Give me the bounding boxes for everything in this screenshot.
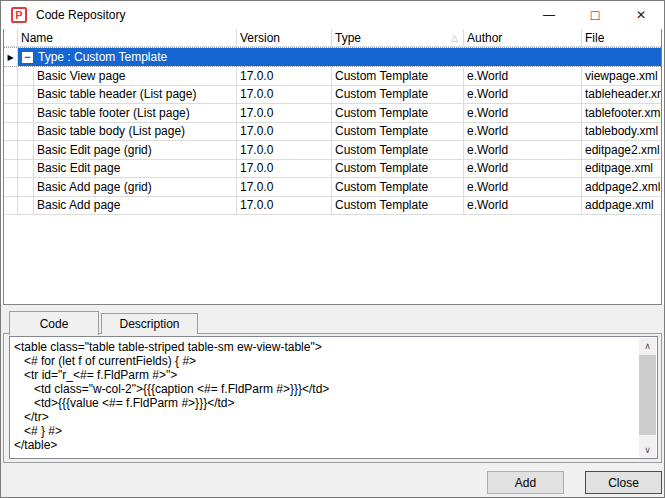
cell-file: addpage2.xml [582, 178, 661, 196]
code-editor-scrollbar[interactable]: ∧ ∨ [639, 338, 656, 457]
column-header-name[interactable]: Name [18, 29, 237, 46]
column-header-file[interactable]: File [582, 29, 661, 46]
close-window-button[interactable]: ✕ [618, 1, 664, 29]
cell-type: Custom Template [332, 178, 464, 196]
window-controls: — □ ✕ [526, 1, 664, 29]
tabstrip: Code Description [9, 310, 198, 334]
grid-header-row: Name Version Type △ Author File [4, 29, 661, 47]
tab-page-panel: <table class="table table-striped table-… [3, 333, 662, 463]
repository-grid: Name Version Type △ Author File ▶ − Type… [3, 29, 662, 305]
cell-author: e.World [464, 141, 582, 159]
code-editor-text: <table class="table table-striped table-… [10, 337, 657, 452]
cell-author: e.World [464, 178, 582, 196]
minimize-button[interactable]: — [526, 1, 572, 29]
code-repository-window: P Code Repository — □ ✕ Name Version Typ… [0, 0, 665, 498]
current-row-arrow-icon: ▶ [7, 53, 13, 62]
cell-type: Custom Template [332, 123, 464, 141]
cell-file: tablebody.xml [582, 123, 661, 141]
tab-description[interactable]: Description [101, 313, 198, 334]
group-indent-cell [18, 86, 34, 104]
sort-ascending-icon: △ [451, 33, 458, 43]
cell-type: Custom Template [332, 67, 464, 85]
column-header-author[interactable]: Author [464, 29, 582, 46]
row-selector-cell [4, 67, 18, 85]
cell-name: Basic Edit page [34, 160, 237, 178]
scroll-up-icon[interactable]: ∧ [639, 338, 656, 353]
scrollbar-thumb[interactable] [639, 355, 656, 435]
cell-name: Basic View page [34, 67, 237, 85]
cell-version: 17.0.0 [237, 160, 332, 178]
group-row-label: Type : Custom Template [38, 50, 167, 64]
cell-version: 17.0.0 [237, 178, 332, 196]
row-selector-cell: ▶ [4, 48, 18, 66]
cell-version: 17.0.0 [237, 123, 332, 141]
cell-file: editpage.xml [582, 160, 661, 178]
maximize-button[interactable]: □ [572, 1, 618, 29]
cell-version: 17.0.0 [237, 141, 332, 159]
cell-name: Basic Add page (grid) [34, 178, 237, 196]
cell-name: Basic Add page [34, 197, 237, 215]
scroll-down-icon[interactable]: ∨ [639, 442, 656, 457]
cell-name: Basic table body (List page) [34, 123, 237, 141]
row-selector-cell [4, 160, 18, 178]
cell-version: 17.0.0 [237, 67, 332, 85]
row-selector-cell [4, 123, 18, 141]
app-icon: P [11, 7, 27, 23]
column-header-type[interactable]: Type △ [332, 29, 464, 46]
column-header-version[interactable]: Version [237, 29, 332, 46]
group-indent-cell [18, 123, 34, 141]
table-row[interactable]: Basic Add page (grid) 17.0.0 Custom Temp… [4, 178, 661, 197]
cell-file: addpage.xml [582, 197, 661, 215]
table-row[interactable]: Basic table body (List page) 17.0.0 Cust… [4, 123, 661, 142]
cell-author: e.World [464, 67, 582, 85]
cell-author: e.World [464, 86, 582, 104]
group-row-bar[interactable]: − Type : Custom Template [18, 48, 661, 66]
cell-file: tablefooter.xml [582, 104, 661, 122]
bottom-section: Code Description <table class="table tab… [1, 305, 664, 497]
cell-author: e.World [464, 197, 582, 215]
window-title: Code Repository [36, 8, 125, 22]
cell-name: Basic Edit page (grid) [34, 141, 237, 159]
group-indent-cell [18, 178, 34, 196]
cell-name: Basic table footer (List page) [34, 104, 237, 122]
row-selector-cell [4, 104, 18, 122]
row-selector-cell [4, 197, 18, 215]
table-row[interactable]: Basic Add page 17.0.0 Custom Template e.… [4, 197, 661, 216]
cell-file: viewpage.xml [582, 67, 661, 85]
table-row[interactable]: Basic Edit page 17.0.0 Custom Template e… [4, 160, 661, 179]
row-selector-cell [4, 86, 18, 104]
cell-author: e.World [464, 123, 582, 141]
cell-type: Custom Template [332, 86, 464, 104]
grid-empty-area [4, 215, 661, 304]
cell-version: 17.0.0 [237, 86, 332, 104]
cell-type: Custom Template [332, 197, 464, 215]
group-indent-cell [18, 141, 34, 159]
close-button[interactable]: Close [585, 471, 662, 494]
cell-author: e.World [464, 104, 582, 122]
cell-version: 17.0.0 [237, 197, 332, 215]
code-editor[interactable]: <table class="table table-striped table-… [9, 336, 658, 459]
cell-file: editpage2.xml [582, 141, 661, 159]
table-row[interactable]: Basic table header (List page) 17.0.0 Cu… [4, 86, 661, 105]
table-row[interactable]: Basic Edit page (grid) 17.0.0 Custom Tem… [4, 141, 661, 160]
row-selector-cell [4, 178, 18, 196]
titlebar: P Code Repository — □ ✕ [1, 1, 664, 29]
table-row[interactable]: Basic View page 17.0.0 Custom Template e… [4, 67, 661, 86]
group-indent-cell [18, 104, 34, 122]
selector-header-cell [4, 29, 18, 46]
column-header-type-label: Type [335, 31, 361, 45]
cell-type: Custom Template [332, 160, 464, 178]
group-indent-cell [18, 67, 34, 85]
cell-type: Custom Template [332, 141, 464, 159]
group-row-custom-template[interactable]: ▶ − Type : Custom Template [4, 47, 661, 67]
cell-file: tableheader.xml [582, 86, 661, 104]
add-button[interactable]: Add [487, 471, 564, 494]
table-row[interactable]: Basic table footer (List page) 17.0.0 Cu… [4, 104, 661, 123]
group-indent-cell [18, 160, 34, 178]
cell-name: Basic table header (List page) [34, 86, 237, 104]
cell-type: Custom Template [332, 104, 464, 122]
group-indent-cell [18, 197, 34, 215]
tab-code[interactable]: Code [9, 311, 99, 335]
collapse-group-icon[interactable]: − [22, 52, 33, 63]
cell-author: e.World [464, 160, 582, 178]
